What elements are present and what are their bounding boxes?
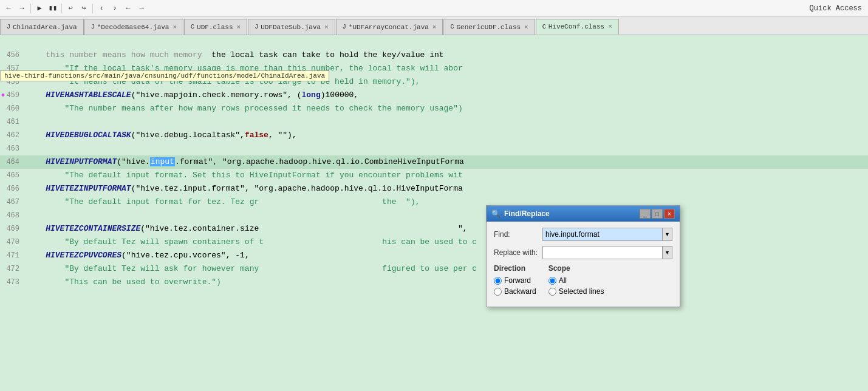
selected-lines-option: Selected lines bbox=[548, 287, 604, 296]
tab-udfclass[interactable]: C UDF.class × bbox=[184, 19, 247, 35]
dialog-title-left: 🔍 Find/Replace bbox=[491, 209, 550, 218]
tab-close-4[interactable]: × bbox=[432, 24, 437, 31]
tab-label: GenericUDF.class bbox=[456, 24, 521, 31]
tab-decode[interactable]: J *DecodeBase64.java × bbox=[84, 19, 183, 35]
java-icon-2: J bbox=[91, 24, 95, 30]
undo-icon[interactable]: ↩ bbox=[64, 2, 77, 15]
table-row: 470 "By default Tez will spawn container… bbox=[0, 236, 868, 249]
tab-chinald[interactable]: J ChinaIdArea.java bbox=[0, 19, 84, 35]
line-content: "By default Tez will spawn containers of… bbox=[24, 236, 868, 249]
line-number: 463 bbox=[0, 142, 24, 155]
tab-hiveconf[interactable]: C HiveConf.class × bbox=[536, 19, 619, 35]
tab-close-6[interactable]: × bbox=[608, 23, 612, 30]
forward-radio[interactable] bbox=[494, 277, 502, 285]
selected-lines-radio[interactable] bbox=[548, 288, 556, 296]
table-row: 468 bbox=[0, 209, 868, 222]
table-row: 469 HIVETEZCONTAINERSIZE("hive.tez.conta… bbox=[0, 222, 868, 236]
line-number: 473 bbox=[0, 276, 24, 289]
table-row: 463 bbox=[0, 142, 868, 155]
tab-label: *DecodeBase64.java bbox=[97, 24, 169, 31]
line-content: HIVETEZCONTAINERSIZE("hive.tez.container… bbox=[24, 222, 868, 236]
breadcrumb-tooltip: hive-third-functions/src/main/java/cnsun… bbox=[0, 70, 329, 81]
forward-icon[interactable]: → bbox=[16, 2, 28, 15]
tab-label: ChinaIdArea.java bbox=[13, 24, 77, 31]
nav-fwd-icon[interactable]: › bbox=[109, 2, 121, 15]
redo-icon[interactable]: ↪ bbox=[78, 2, 90, 15]
dialog-close-button[interactable]: × bbox=[664, 209, 675, 219]
find-label: Find: bbox=[494, 230, 542, 239]
line-content: HIVETEZCPUVCORES("hive.tez.cpu.vcores", … bbox=[24, 249, 868, 262]
line-content: HIVEDEBUGLOCALTASK("hive.debug.localtask… bbox=[24, 129, 868, 142]
line-number: 465 bbox=[0, 169, 24, 182]
table-row: 459 HIVEHASHTABLESCALE("hive.mapjoin.che… bbox=[0, 89, 868, 102]
line-number: 468 bbox=[0, 209, 24, 222]
line-number: 460 bbox=[0, 102, 24, 115]
line-number: 461 bbox=[0, 115, 24, 129]
replace-row: Replace with: ▼ bbox=[494, 246, 672, 259]
tab-close-5[interactable]: × bbox=[524, 24, 528, 31]
find-input-wrapper: ▼ bbox=[542, 228, 672, 241]
class-icon: C bbox=[191, 24, 194, 30]
table-row: 461 bbox=[0, 115, 868, 129]
tab-genericudf[interactable]: C GenericUDF.class × bbox=[443, 19, 535, 35]
table-row: 462 HIVEDEBUGLOCALTASK("hive.debug.local… bbox=[0, 129, 868, 142]
line-number: 456 bbox=[0, 49, 24, 62]
replace-input[interactable] bbox=[543, 246, 662, 259]
all-radio[interactable] bbox=[548, 277, 556, 285]
table-row: 465 "The default input format. Set this … bbox=[0, 169, 868, 182]
tab-close[interactable]: × bbox=[173, 24, 177, 31]
all-label: All bbox=[559, 276, 567, 285]
dialog-title-buttons: _ □ × bbox=[640, 209, 675, 219]
minimize-button[interactable]: _ bbox=[640, 209, 651, 219]
find-replace-icon: 🔍 bbox=[491, 209, 501, 218]
line-content: HIVEINPUTFORMAT("hive.input.format", "or… bbox=[24, 155, 868, 169]
separator-1 bbox=[30, 4, 31, 13]
code-editor[interactable]: hive-third-functions/src/main/java/cnsun… bbox=[0, 35, 868, 391]
table-row: 460 "The number means after how many row… bbox=[0, 102, 868, 115]
java-icon-3: J bbox=[255, 24, 258, 30]
line-number: 462 bbox=[0, 129, 24, 142]
tabs-bar: J ChinaIdArea.java J *DecodeBase64.java … bbox=[0, 17, 868, 35]
class-icon-3: C bbox=[542, 24, 546, 30]
forward-option: Forward bbox=[494, 276, 536, 285]
selected-lines-label: Selected lines bbox=[559, 287, 604, 296]
nav-back-icon[interactable]: ‹ bbox=[95, 2, 108, 15]
line-number: 469 bbox=[0, 222, 24, 236]
scope-group: Scope All Selected lines bbox=[548, 264, 604, 296]
forward-label: Forward bbox=[504, 276, 531, 285]
tab-udfarrayconcat[interactable]: J *UDFArrayConcat.java × bbox=[336, 19, 443, 35]
line-number: 470 bbox=[0, 236, 24, 249]
replace-dropdown-btn[interactable]: ▼ bbox=[662, 246, 672, 259]
tab-close-3[interactable]: × bbox=[324, 24, 329, 31]
line-number: 467 bbox=[0, 195, 24, 209]
options-section: Direction Forward Backward Scope bbox=[494, 264, 672, 296]
backward-radio[interactable] bbox=[494, 288, 502, 296]
stop-icon[interactable]: ▮▮ bbox=[47, 2, 59, 15]
back-icon[interactable]: ← bbox=[2, 2, 15, 15]
line-content: "The default input format for tez. Tez g… bbox=[24, 195, 868, 209]
line-content: this number means how much memory the lo… bbox=[24, 49, 868, 62]
tab-label: *UDFArrayConcat.java bbox=[349, 24, 429, 31]
tab-udfdatesub[interactable]: J UDFDateSub.java × bbox=[248, 19, 335, 35]
line-number: 471 bbox=[0, 249, 24, 262]
restore-button[interactable]: □ bbox=[652, 209, 663, 219]
tab-close-2[interactable]: × bbox=[237, 24, 241, 31]
table-row: 464 HIVEINPUTFORMAT("hive.input.format",… bbox=[0, 155, 868, 169]
line-content: "By default Tez will ask for however man… bbox=[24, 262, 868, 276]
nav-right-icon[interactable]: → bbox=[135, 2, 148, 15]
replace-input-wrapper: ▼ bbox=[542, 246, 672, 259]
line-content: HIVEHASHTABLESCALE("hive.mapjoin.check.m… bbox=[24, 89, 868, 102]
line-number: 472 bbox=[0, 262, 24, 276]
run-icon[interactable]: ▶ bbox=[33, 2, 46, 15]
code-lines: 456 this number means how much memory th… bbox=[0, 46, 868, 289]
find-row: Find: ▼ bbox=[494, 228, 672, 241]
find-replace-dialog[interactable]: 🔍 Find/Replace _ □ × Find: ▼ bbox=[486, 205, 680, 307]
dialog-title: Find/Replace bbox=[504, 209, 550, 218]
dialog-titlebar: 🔍 Find/Replace _ □ × bbox=[487, 206, 680, 222]
nav-left-icon[interactable]: ← bbox=[122, 2, 134, 15]
separator-2 bbox=[61, 4, 62, 13]
line-content: HIVETEZINPUTFORMAT("hive.tez.input.forma… bbox=[24, 182, 868, 195]
find-input[interactable] bbox=[543, 228, 662, 240]
find-dropdown-btn[interactable]: ▼ bbox=[662, 228, 672, 240]
quick-access[interactable]: Quick Access bbox=[806, 3, 866, 14]
